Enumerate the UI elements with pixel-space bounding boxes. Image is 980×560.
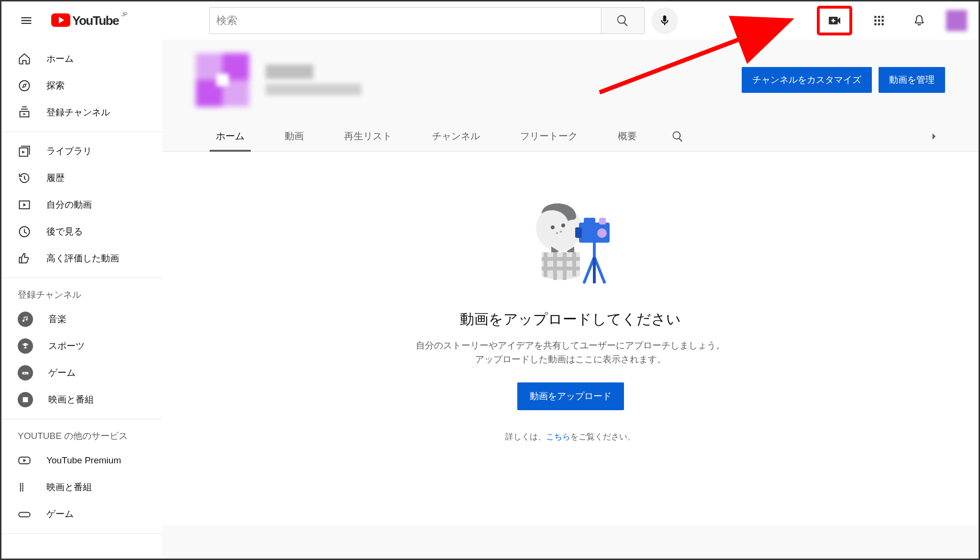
film-icon xyxy=(18,392,33,407)
sidebar-item-label: 映画と番組 xyxy=(46,481,92,493)
svg-point-9 xyxy=(560,231,562,233)
sidebar-item-gaming[interactable]: ゲーム xyxy=(1,359,162,386)
gamepad-icon xyxy=(18,365,33,381)
history-icon xyxy=(18,171,31,185)
notifications-button[interactable] xyxy=(906,7,933,34)
sidebar-heading-subscriptions: 登録チャンネル xyxy=(1,284,162,306)
search-box[interactable] xyxy=(209,7,601,34)
empty-title: 動画をアップロードしてください xyxy=(162,310,979,329)
sidebar-item-label: 高く評価した動画 xyxy=(46,252,119,265)
sidebar-item-music[interactable]: 音楽 xyxy=(1,306,162,333)
sidebar-item-label: 登録チャンネル xyxy=(46,106,110,119)
your-videos-icon xyxy=(18,198,31,212)
svg-point-20 xyxy=(597,228,607,238)
apps-grid-icon xyxy=(873,14,885,27)
tab-search-button[interactable] xyxy=(667,122,689,151)
upload-video-button[interactable]: 動画をアップロード xyxy=(517,382,624,410)
hamburger-icon xyxy=(20,14,33,27)
search-button[interactable] xyxy=(601,7,645,34)
search-icon xyxy=(671,130,684,143)
learn-more-link[interactable]: こちら xyxy=(546,432,570,441)
sidebar-item-explore[interactable]: 探索 xyxy=(1,72,162,99)
sidebar-item-label: 後で見る xyxy=(46,225,83,238)
sidebar-item-label: YouTube Premium xyxy=(46,455,121,466)
sidebar-item-library[interactable]: ライブラリ xyxy=(1,138,162,165)
empty-more-text: 詳しくは、こちらをご覧ください。 xyxy=(162,431,979,442)
youtube-icon xyxy=(18,454,31,467)
tab-community[interactable]: フリートーク xyxy=(500,121,598,151)
customize-channel-button[interactable]: チャンネルをカスタマイズ xyxy=(742,67,872,93)
empty-desc-line: アップロードした動画はここに表示されます。 xyxy=(162,353,979,367)
svg-point-7 xyxy=(561,224,565,227)
sidebar: ホーム 探索 登録チャンネル ライブラリ 履歴 自分の動画 xyxy=(1,40,162,559)
explore-icon xyxy=(18,79,31,92)
bell-icon xyxy=(913,14,926,27)
clapper-icon xyxy=(18,481,31,494)
empty-more-post: をご覧ください。 xyxy=(570,432,635,441)
watch-later-icon xyxy=(18,225,31,238)
svg-point-8 xyxy=(556,232,558,234)
tab-home[interactable]: ホーム xyxy=(196,121,265,151)
sidebar-item-label: ホーム xyxy=(46,53,74,65)
create-button[interactable] xyxy=(824,11,845,31)
search-input[interactable] xyxy=(216,14,594,27)
tabs-scroll-right[interactable] xyxy=(923,122,945,151)
voice-search-button[interactable] xyxy=(651,7,678,34)
sidebar-item-label: スポーツ xyxy=(48,340,85,352)
search-icon xyxy=(616,14,629,27)
subscriptions-icon xyxy=(18,106,31,119)
channel-meta-redacted xyxy=(266,84,361,95)
channel-avatar[interactable] xyxy=(196,53,249,107)
sidebar-item-movies[interactable]: 映画と番組 xyxy=(1,386,162,413)
sidebar-item-label: 自分の動画 xyxy=(46,199,92,211)
sidebar-item-history[interactable]: 履歴 xyxy=(1,165,162,191)
youtube-logo[interactable]: YouTube JP xyxy=(51,13,128,28)
empty-state: 動画をアップロードしてください 自分のストーリーやアイデアを共有してユーザーにア… xyxy=(162,152,979,525)
sidebar-item-label: ライブラリ xyxy=(46,145,92,157)
sidebar-item-label: 映画と番組 xyxy=(48,393,94,406)
channel-name-redacted xyxy=(266,65,313,79)
sidebar-heading-more: YOUTUBE の他のサービス xyxy=(1,425,162,447)
manage-videos-button[interactable]: 動画を管理 xyxy=(879,67,945,93)
sidebar-item-watch-later[interactable]: 後で見る xyxy=(1,218,162,245)
tab-about[interactable]: 概要 xyxy=(598,121,657,151)
sidebar-item-gaming-2[interactable]: ゲーム xyxy=(1,501,162,527)
create-video-icon xyxy=(827,13,842,28)
svg-rect-19 xyxy=(575,227,582,238)
music-icon xyxy=(18,312,33,327)
empty-more-pre: 詳しくは、 xyxy=(505,432,546,441)
svg-point-1 xyxy=(20,81,30,91)
sidebar-item-your-videos[interactable]: 自分の動画 xyxy=(1,191,162,218)
svg-point-6 xyxy=(551,225,555,229)
svg-line-23 xyxy=(594,257,605,283)
sidebar-item-label: 履歴 xyxy=(46,172,65,184)
sidebar-item-movies-shows[interactable]: 映画と番組 xyxy=(1,474,162,501)
svg-rect-17 xyxy=(584,218,595,224)
chevron-right-icon xyxy=(928,130,940,143)
channel-header: チャンネルをカスタマイズ 動画を管理 xyxy=(162,40,979,112)
sidebar-item-premium[interactable]: YouTube Premium xyxy=(1,447,162,474)
tab-playlists[interactable]: 再生リスト xyxy=(324,121,412,151)
tab-channels[interactable]: チャンネル xyxy=(412,121,500,151)
avatar-button[interactable] xyxy=(946,10,967,31)
microphone-icon xyxy=(658,14,671,27)
home-icon xyxy=(18,52,31,66)
empty-illustration xyxy=(518,195,623,291)
sidebar-item-liked-videos[interactable]: 高く評価した動画 xyxy=(1,245,162,272)
channel-tabs: ホーム 動画 再生リスト チャンネル フリートーク 概要 xyxy=(162,121,979,152)
trophy-icon xyxy=(18,338,33,354)
gamepad-outline-icon xyxy=(18,507,31,521)
tab-videos[interactable]: 動画 xyxy=(265,121,324,151)
logo-text: YouTube xyxy=(72,13,119,28)
sidebar-item-label: ゲーム xyxy=(48,367,76,379)
sidebar-item-label: 音楽 xyxy=(48,313,67,325)
menu-button[interactable] xyxy=(13,7,40,34)
sidebar-item-home[interactable]: ホーム xyxy=(1,45,162,72)
sidebar-item-sports[interactable]: スポーツ xyxy=(1,333,162,359)
sidebar-item-label: 探索 xyxy=(46,79,65,92)
empty-desc-line: 自分のストーリーやアイデアを共有してユーザーにアプローチしましょう。 xyxy=(162,339,979,353)
play-logo-icon xyxy=(51,13,70,27)
apps-button[interactable] xyxy=(866,7,892,34)
sidebar-item-label: ゲーム xyxy=(46,508,74,520)
sidebar-item-subscriptions[interactable]: 登録チャンネル xyxy=(1,99,162,126)
